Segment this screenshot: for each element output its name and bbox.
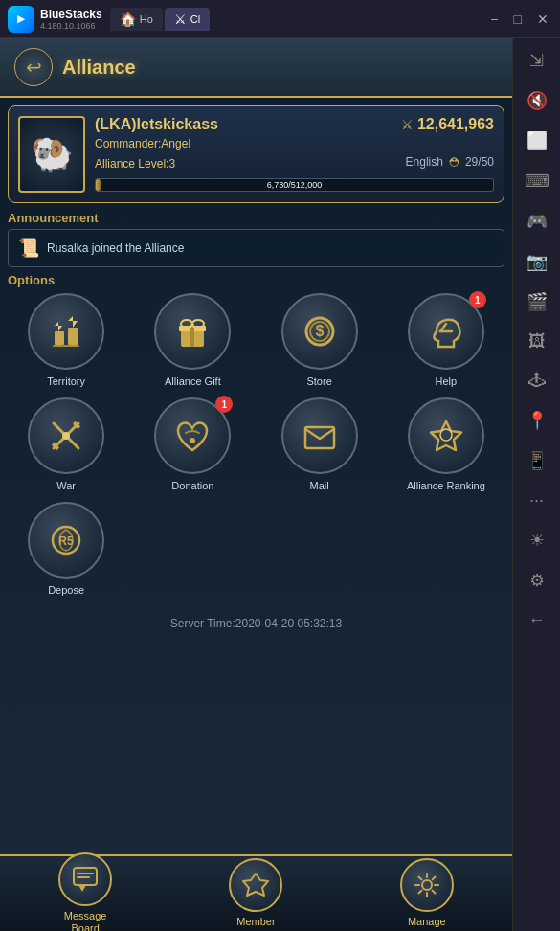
help-svg: [427, 312, 465, 351]
back-button[interactable]: ↩: [14, 48, 53, 86]
commander-line: Commander:Angel: [95, 137, 494, 150]
store-label: Store: [306, 375, 331, 388]
more-icon[interactable]: ···: [526, 487, 548, 514]
territory-label: Territory: [47, 375, 85, 388]
donation-badge: 1: [215, 396, 233, 413]
alliance-name-row: (LKA)letskickass ⚔ 12,641,963: [95, 116, 494, 133]
power-icon: ⚔: [401, 117, 414, 132]
xp-fill: [96, 179, 101, 191]
camera-icon[interactable]: 📷: [523, 247, 551, 276]
phone-icon[interactable]: 📱: [523, 446, 551, 475]
options-label: Options: [8, 273, 504, 287]
alliance-card: 🐏 (LKA)letskickass ⚔ 12,641,963 Commande…: [8, 105, 504, 203]
option-donation[interactable]: 1 Donation: [134, 397, 251, 492]
announcement-label: Announcement: [8, 211, 504, 225]
alliance-ranking-svg: [426, 416, 466, 456]
mail-icon-wrap: [281, 397, 358, 474]
mail-label: Mail: [310, 480, 329, 492]
option-war[interactable]: War: [8, 397, 124, 492]
bluestacks-logo: ▶: [8, 6, 34, 33]
minimize-button[interactable]: −: [486, 10, 502, 29]
war-icon-circle: [28, 397, 104, 474]
window-controls: − □ ✕: [486, 10, 552, 29]
nav-message-board[interactable]: MessageBoard: [58, 852, 112, 931]
brightness-icon[interactable]: ☀: [526, 526, 549, 555]
options-section: Options Territory: [8, 273, 504, 598]
alliance-info: (LKA)letskickass ⚔ 12,641,963 Commander:…: [95, 116, 494, 192]
helmet-icon: ⛑: [449, 155, 461, 170]
announcement-icon: 📜: [18, 238, 39, 259]
right-info: English ⛑ 29/50: [406, 153, 494, 170]
option-territory[interactable]: Territory: [8, 293, 124, 388]
image-icon[interactable]: 🖼: [525, 328, 549, 355]
level-line: Alliance Level:3: [95, 157, 175, 170]
video-icon[interactable]: 🎬: [523, 287, 551, 316]
svg-point-29: [422, 880, 432, 890]
war-label: War: [56, 480, 76, 492]
svg-rect-1: [68, 328, 78, 345]
expand-icon[interactable]: ⇲: [526, 46, 548, 75]
option-depose[interactable]: R5 Depose: [8, 502, 124, 597]
svg-line-37: [418, 891, 421, 894]
back-icon[interactable]: ←: [525, 606, 549, 634]
alliance-gift-svg: [171, 310, 213, 352]
svg-marker-28: [78, 885, 86, 892]
alliance-header: ↩ Alliance: [0, 38, 512, 98]
svg-marker-3: [68, 316, 78, 328]
nav-member-label: Member: [236, 916, 275, 928]
war-icon-wrap: [28, 397, 104, 474]
nav-message-board-label: MessageBoard: [64, 910, 107, 931]
option-alliance-gift[interactable]: Alliance Gift: [134, 293, 251, 388]
svg-line-35: [432, 891, 435, 894]
territory-icon-circle: [28, 293, 104, 370]
page-title: Alliance: [62, 57, 136, 79]
alliance-gift-icon-wrap: [154, 293, 231, 370]
nav-manage[interactable]: Manage: [400, 858, 454, 928]
member-icon: [229, 858, 282, 912]
right-sidebar: ⇲ 🔇 ⬜ ⌨ 🎮 📷 🎬 🖼 🕹 📍 📱 ··· ☀ ⚙ ←: [512, 38, 560, 931]
speaker-icon[interactable]: 🔇: [523, 86, 551, 115]
svg-line-34: [418, 877, 421, 880]
svg-point-22: [440, 429, 452, 441]
nav-member[interactable]: Member: [229, 858, 282, 928]
tab-clan[interactable]: ⚔ Cl: [165, 8, 210, 31]
bluestacks-name: BlueStacks 4.180.10.1066: [40, 8, 102, 31]
option-alliance-ranking[interactable]: Alliance Ranking: [388, 397, 504, 492]
language: English: [406, 155, 443, 169]
maximize-button[interactable]: □: [510, 10, 526, 29]
close-button[interactable]: ✕: [533, 10, 552, 29]
controller-icon[interactable]: 🎮: [523, 207, 551, 236]
option-store[interactable]: $ Store: [261, 293, 378, 388]
screen-icon[interactable]: ⬜: [523, 126, 551, 155]
mail-svg: [300, 416, 340, 456]
alliance-ranking-icon-circle: [408, 397, 484, 474]
alliance-gift-icon-circle: [154, 293, 231, 370]
depose-icon-circle: R5: [28, 502, 104, 579]
tab-home[interactable]: 🏠 Ho: [110, 8, 163, 31]
keyboard-icon[interactable]: ⌨: [521, 167, 553, 195]
top-bar: ▶ BlueStacks 4.180.10.1066 🏠 Ho ⚔ Cl − □…: [0, 0, 560, 38]
donation-svg: [172, 416, 213, 456]
announcement-section: Announcement 📜 Rusalka joined the Allian…: [8, 211, 504, 267]
svg-rect-0: [55, 331, 64, 345]
member-count: 29/50: [465, 155, 494, 169]
options-grid: Territory Alliance Gift: [8, 293, 504, 598]
xp-progress-bar: 6,730/512,000: [95, 178, 494, 192]
territory-icon-wrap: [28, 293, 104, 370]
settings-icon[interactable]: ⚙: [526, 566, 549, 595]
xp-text: 6,730/512,000: [267, 180, 323, 190]
gamepad-icon[interactable]: 🕹: [525, 367, 549, 395]
member-row: ⛑ 29/50: [449, 155, 494, 170]
donation-icon-wrap: 1: [154, 397, 231, 474]
announcement-text: Rusalka joined the Alliance: [47, 241, 184, 255]
depose-icon-wrap: R5: [28, 502, 104, 579]
help-icon-circle: 1: [408, 293, 484, 370]
option-mail[interactable]: Mail: [261, 397, 378, 492]
depose-label: Depose: [48, 584, 84, 597]
svg-point-20: [190, 438, 195, 443]
territory-svg: [47, 312, 85, 351]
svg-marker-2: [55, 322, 62, 331]
option-help[interactable]: 1 Help: [388, 293, 504, 388]
power-row: ⚔ 12,641,963: [401, 116, 494, 133]
location-icon[interactable]: 📍: [523, 406, 551, 435]
